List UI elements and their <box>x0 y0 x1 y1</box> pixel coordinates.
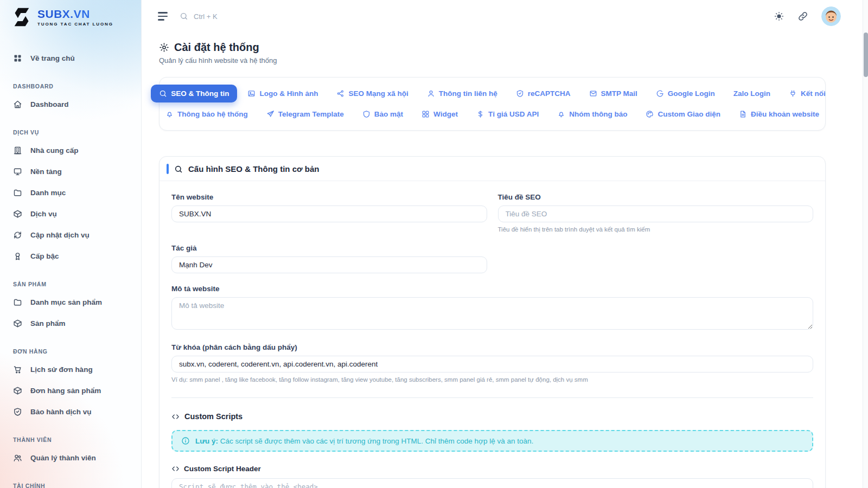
sidebar-item-cap-bac[interactable]: Cấp bậc <box>0 246 141 267</box>
code-icon <box>171 465 180 473</box>
divider <box>171 397 813 398</box>
sidebar-item-dashboard[interactable]: Dashboard <box>0 94 141 115</box>
palette-icon <box>646 110 654 118</box>
tab-label: Widget <box>433 110 458 118</box>
tab-google-login[interactable]: Google Login <box>648 85 723 102</box>
link-icon[interactable] <box>797 11 808 22</box>
seo-title-helper: Tiêu đề hiển thị trên tab trình duyệt và… <box>498 226 814 233</box>
tab-seo-thong-tin[interactable]: SEO & Thông tin <box>151 85 237 102</box>
sidebar-item-quan-ly-thanh-vien[interactable]: Quản lý thành viên <box>0 447 141 468</box>
tab-thong-tin-lien-he[interactable]: Thông tin liên hệ <box>419 85 506 102</box>
sidebar-item-label: Danh mục sản phẩm <box>30 297 102 307</box>
tab-widget[interactable]: Widget <box>413 105 466 123</box>
grid-icon <box>13 54 22 63</box>
info-icon <box>181 436 190 445</box>
tab-seo-mang-xa-hoi[interactable]: SEO Mạng xã hội <box>328 85 416 102</box>
topbar <box>142 0 868 33</box>
empty-cell <box>498 244 814 273</box>
sidebar-section-title-don-hang: ĐƠN HÀNG <box>0 348 141 355</box>
avatar[interactable] <box>821 7 841 26</box>
scrollbar-thumb[interactable] <box>864 33 868 77</box>
keywords-input[interactable] <box>171 356 813 373</box>
tab-zalo-login[interactable]: Zalo Login <box>725 85 778 102</box>
sidebar-item-label: Cập nhật dịch vụ <box>30 230 90 240</box>
tab-nhom-thong-bao[interactable]: Nhóm thông báo <box>549 105 635 123</box>
sidebar-section-title-thanh-vien: THÀNH VIÊN <box>0 436 141 443</box>
accent-bar <box>167 164 169 174</box>
package-icon <box>13 319 22 328</box>
send-icon <box>266 110 275 118</box>
users-icon <box>13 453 22 463</box>
tab-label: SEO & Thông tin <box>171 89 229 98</box>
sidebar-item-label: Nền tảng <box>30 166 62 177</box>
menu-toggle-icon[interactable] <box>157 10 169 22</box>
sidebar-item-label: Dịch vụ <box>30 209 57 219</box>
sidebar-item-nha-cung-cap[interactable]: Nhà cung cấp <box>0 140 141 161</box>
tab-label: SEO Mạng xã hội <box>348 89 408 98</box>
sidebar-item-nen-tang[interactable]: Nền tảng <box>0 161 141 182</box>
cart-icon <box>13 365 22 374</box>
author-input[interactable] <box>171 256 487 273</box>
sidebar-item-home[interactable]: Về trang chủ <box>0 48 141 69</box>
award-icon <box>13 252 22 261</box>
custom-scripts-heading: Custom Scripts <box>171 412 813 421</box>
tabs-row-1: SEO & Thông tinLogo & Hình ảnhSEO Mạng x… <box>167 85 818 102</box>
sidebar-item-bao-hanh-dich-vu[interactable]: Bảo hành dịch vụ <box>0 401 141 422</box>
seo-settings-card: Cấu hình SEO & Thông tin cơ bản Tên webs… <box>159 156 826 488</box>
refresh-icon <box>13 230 22 240</box>
tab-logo-hinh-anh[interactable]: Logo & Hình ảnh <box>239 85 326 102</box>
site-name-label: Tên website <box>171 193 487 201</box>
tab-recaptcha[interactable]: reCAPTCHA <box>508 85 579 102</box>
tab-label: Bảo mật <box>374 110 403 118</box>
tab-label: Logo & Hình ảnh <box>259 89 318 98</box>
keywords-helper: Ví dụ: smm panel , tăng like facebook, t… <box>171 376 813 383</box>
sidebar-section-title-san-pham: SẢN PHẨM <box>0 281 141 287</box>
tab-dieu-khoan-website[interactable]: Điều khoản website <box>731 105 827 123</box>
seo-title-input[interactable] <box>498 206 814 222</box>
sidebar-item-lich-su-don-hang[interactable]: Lịch sử đơn hàng <box>0 359 141 380</box>
custom-script-header-heading: Custom Script Header <box>171 465 813 473</box>
tab-ket-noi[interactable]: Kết nối <box>781 85 834 102</box>
monitor-icon <box>13 167 22 176</box>
global-search <box>180 12 344 21</box>
sidebar-section-title-dashboard: DASHBOARD <box>0 83 141 89</box>
share-icon <box>336 89 344 98</box>
sidebar-item-don-hang-san-pham[interactable]: Đơn hàng sản phẩm <box>0 380 141 401</box>
plug-icon <box>789 89 797 98</box>
tab-smtp-mail[interactable]: SMTP Mail <box>581 85 646 102</box>
folder-icon <box>13 298 22 307</box>
shield-check-icon <box>516 89 524 98</box>
site-name-input[interactable] <box>171 206 487 222</box>
window-scrollbar[interactable] <box>863 0 868 488</box>
sidebar-item-label: Về trang chủ <box>30 53 75 63</box>
tab-ti-gia-usd-api[interactable]: Tỉ giá USD API <box>468 105 547 123</box>
sidebar-item-dich-vu[interactable]: Dịch vụ <box>0 203 141 224</box>
sidebar-item-label: Cấp bậc <box>30 251 59 261</box>
page-head: Cài đặt hệ thống Quản lý cấu hình websit… <box>159 41 826 65</box>
tab-label: Thông tin liên hệ <box>439 89 497 98</box>
sidebar-item-label: Quản lý thành viên <box>30 453 96 463</box>
package-icon <box>13 386 22 395</box>
tab-telegram-template[interactable]: Telegram Template <box>258 105 352 123</box>
description-textarea[interactable] <box>171 297 813 330</box>
page-subtitle: Quản lý cấu hình website và hệ thống <box>159 56 826 65</box>
tab-custom-giao-dien[interactable]: Custom Giao diện <box>637 105 729 123</box>
settings-tabs-card: SEO & Thông tinLogo & Hình ảnhSEO Mạng x… <box>159 77 826 131</box>
custom-script-header-textarea[interactable] <box>171 478 813 488</box>
sidebar-item-san-pham[interactable]: Sản phẩm <box>0 313 141 334</box>
brand-logo[interactable]: SUBX.VN TUONG TAC CHAT LUONG <box>0 0 141 34</box>
topbar-actions <box>774 7 841 26</box>
google-icon <box>656 89 664 98</box>
sidebar-item-danh-muc[interactable]: Danh mục <box>0 182 141 203</box>
sidebar-sections: DASHBOARDDashboardDỊCH VỤNhà cung cấpNền… <box>0 83 141 488</box>
file-icon <box>739 110 747 118</box>
sidebar-item-cap-nhat-dich-vu[interactable]: Cập nhật dịch vụ <box>0 224 141 246</box>
code-icon <box>171 413 180 421</box>
section-header: Cấu hình SEO & Thông tin cơ bản <box>159 157 825 181</box>
bell-icon <box>165 110 174 118</box>
sidebar-item-danh-muc-san-pham[interactable]: Danh mục sản phẩm <box>0 292 141 313</box>
search-input[interactable] <box>193 12 344 21</box>
tab-thong-bao-he-thong[interactable]: Thông báo hệ thống <box>157 105 256 123</box>
tab-bao-mat[interactable]: Bảo mật <box>354 105 411 123</box>
theme-toggle-sun-icon[interactable] <box>774 11 784 22</box>
